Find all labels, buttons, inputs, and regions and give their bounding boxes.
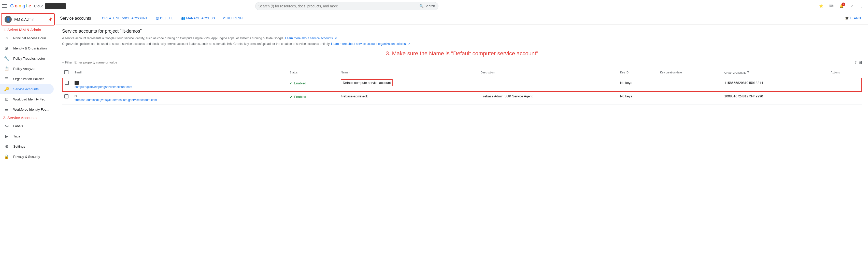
row2-key-creation-date-cell bbox=[658, 91, 722, 105]
sidebar-item-policy-troubleshooter[interactable]: 🔧 Policy Troubleshooter bbox=[0, 53, 54, 63]
sidebar-label: Tags bbox=[13, 134, 20, 138]
notification-badge: 1 bbox=[841, 3, 845, 6]
sidebar-item-policy-analyzer[interactable]: 📋 Policy Analyzer bbox=[0, 63, 54, 74]
page-desc1: A service account represents a Google Cl… bbox=[62, 36, 862, 40]
refresh-button[interactable]: ↺ REFRESH bbox=[220, 14, 246, 22]
row2-actions-cell: ⋮ bbox=[829, 91, 862, 105]
search-label: Search bbox=[425, 4, 435, 8]
header-name[interactable]: Name ↑ bbox=[339, 67, 478, 78]
iam-title: IAM & Admin bbox=[14, 17, 46, 21]
sidebar-item-settings[interactable]: ⚙ Settings bbox=[0, 141, 54, 152]
oauth2-help-icon[interactable]: ? bbox=[747, 70, 749, 75]
row2-checkbox-cell bbox=[62, 91, 72, 105]
row1-more-button[interactable]: ⋮ bbox=[831, 81, 835, 86]
sidebar-label: Workload Identity Fede... bbox=[13, 98, 50, 101]
project-selector[interactable] bbox=[45, 3, 66, 9]
sidebar-label: Policy Troubleshooter bbox=[13, 57, 45, 60]
sidebar-label: Labels bbox=[13, 124, 23, 128]
header-checkbox-cell bbox=[62, 67, 72, 78]
row1-checkbox[interactable] bbox=[65, 81, 69, 85]
delete-label: DELETE bbox=[160, 16, 173, 20]
row2-oauth2-cell: 100851672481273449290 bbox=[722, 91, 829, 105]
sidebar-item-principal-access[interactable]: ○ Principal Access Boun... bbox=[0, 33, 54, 43]
refresh-label: REFRESH bbox=[227, 16, 243, 20]
row1-description-cell bbox=[478, 78, 618, 91]
learn-more-link2[interactable]: Learn more about service account organiz… bbox=[331, 42, 410, 46]
sidebar-label: Principal Access Boun... bbox=[13, 36, 49, 40]
service-accounts-table: Email Status Name ↑ Description Key ID K… bbox=[62, 67, 862, 105]
hamburger-menu[interactable] bbox=[2, 3, 8, 9]
header-actions: Actions bbox=[829, 67, 862, 78]
manage-access-button[interactable]: 👥 MANAGE ACCESS bbox=[178, 14, 218, 22]
principal-access-icon: ○ bbox=[4, 35, 9, 40]
delete-button[interactable]: 🗑 DELETE bbox=[153, 14, 176, 22]
row2-more-button[interactable]: ⋮ bbox=[831, 94, 835, 100]
table-row: ✉ firebase-adminsdk-jvt2t@lit-demos.iam.… bbox=[62, 91, 862, 105]
row1-email-link[interactable]: compute@developer.gserviceaccount.com bbox=[74, 85, 132, 89]
filter-label: ≡ Filter bbox=[62, 60, 72, 64]
row1-checkbox-cell bbox=[62, 78, 72, 91]
search-area: 🔍 Search bbox=[255, 2, 438, 10]
row1-email-masked bbox=[74, 81, 79, 85]
labels-icon: 🏷 bbox=[4, 124, 9, 129]
notification-btn[interactable]: 🔔 1 bbox=[837, 2, 846, 10]
workload-identity-icon: ⊡ bbox=[4, 97, 9, 102]
learn-more-link1[interactable]: Learn more about service accounts. ↗ bbox=[285, 36, 337, 40]
policy-troubleshooter-icon: 🔧 bbox=[4, 56, 9, 61]
header-key-creation-date: Key creation date bbox=[658, 67, 722, 78]
filter-input[interactable] bbox=[74, 60, 852, 64]
row2-email-link[interactable]: firebase-adminsdk-jvt2t@lit-demos.iam.gs… bbox=[74, 98, 157, 102]
search-input[interactable] bbox=[258, 4, 420, 8]
select-all-checkbox[interactable] bbox=[64, 70, 68, 74]
step3-annotation: 3. Make sure the Name is "Default comput… bbox=[62, 50, 862, 57]
header-status: Status bbox=[287, 67, 339, 78]
annotation-step2: 2. Service Accounts bbox=[0, 114, 56, 121]
row2-description-cell: Firebase Admin SDK Service Agent bbox=[478, 91, 618, 105]
filter-icon: ≡ bbox=[62, 60, 64, 64]
policy-analyzer-icon: 📋 bbox=[4, 66, 9, 71]
iam-admin-header[interactable]: 👤 IAM & Admin 📌 bbox=[1, 13, 55, 26]
sidebar-item-service-accounts[interactable]: 🔑 Service Accounts bbox=[0, 84, 54, 94]
create-service-account-button[interactable]: + + CREATE SERVICE ACCOUNT bbox=[93, 14, 151, 22]
sidebar-item-privacy-security[interactable]: 🔒 Privacy & Security bbox=[0, 152, 54, 162]
topbar-left: Google Cloud bbox=[2, 3, 66, 9]
sidebar-item-tags[interactable]: ▶ Tags bbox=[0, 131, 54, 141]
sidebar-item-identity-organization[interactable]: ◉ Identity & Organization bbox=[0, 43, 54, 53]
star-icon-btn[interactable]: ⭐ bbox=[817, 2, 825, 10]
content-title: Service accounts bbox=[60, 16, 91, 21]
learn-button[interactable]: 🎓 LEARN bbox=[842, 14, 864, 22]
annotation-step1: 1. Select IAM & Admin bbox=[0, 27, 56, 33]
sidebar-label: Identity & Organization bbox=[13, 46, 47, 50]
sidebar-item-organization-policies[interactable]: ☰ Organization Policies bbox=[0, 74, 54, 84]
more-options-btn[interactable]: ⋮ bbox=[858, 2, 866, 10]
filter-help-icon[interactable]: ? bbox=[855, 60, 857, 64]
row2-email-cell: ✉ firebase-adminsdk-jvt2t@lit-demos.iam.… bbox=[72, 91, 287, 105]
privacy-security-icon: 🔒 bbox=[4, 154, 9, 159]
page-content-area: Service accounts for project "lit-demos"… bbox=[56, 25, 868, 109]
columns-icon[interactable]: ⊞ bbox=[859, 60, 862, 65]
service-accounts-icon: 🔑 bbox=[4, 86, 9, 91]
sidebar-item-labels[interactable]: 🏷 Labels bbox=[0, 121, 54, 131]
row2-status: ✓ Enabled bbox=[289, 94, 337, 99]
filter-bar: ≡ Filter ? ⊞ bbox=[62, 60, 862, 67]
sidebar-item-workload-identity[interactable]: ⊡ Workload Identity Fede... bbox=[0, 94, 54, 104]
row2-checkbox[interactable] bbox=[64, 94, 68, 99]
create-label: + CREATE SERVICE ACCOUNT bbox=[99, 16, 148, 20]
sidebar-item-workforce-identity[interactable]: ☰ Workforce Identity Fed... bbox=[0, 104, 54, 114]
help-icon-btn[interactable]: ? bbox=[848, 2, 856, 10]
search-bar[interactable]: 🔍 Search bbox=[255, 2, 438, 10]
terminal-icon-btn[interactable]: ⌨ bbox=[827, 2, 835, 10]
header-key-id: Key ID bbox=[618, 67, 658, 78]
workforce-identity-icon: ☰ bbox=[4, 107, 9, 112]
manage-access-icon: 👥 bbox=[181, 16, 185, 20]
sidebar-label: Organization Policies bbox=[13, 77, 44, 81]
search-icon: 🔍 bbox=[420, 4, 424, 8]
page-desc2: Organization policies can be used to sec… bbox=[62, 42, 862, 46]
check-circle-icon2: ✓ bbox=[289, 94, 293, 99]
iam-icon: 👤 bbox=[5, 16, 12, 23]
firebase-email-icon: ✉ bbox=[74, 94, 77, 98]
google-cloud-logo: Google Cloud bbox=[10, 3, 43, 9]
identity-org-icon: ◉ bbox=[4, 46, 9, 51]
search-button[interactable]: 🔍 Search bbox=[420, 4, 435, 8]
row1-key-creation-date-cell bbox=[658, 78, 722, 91]
